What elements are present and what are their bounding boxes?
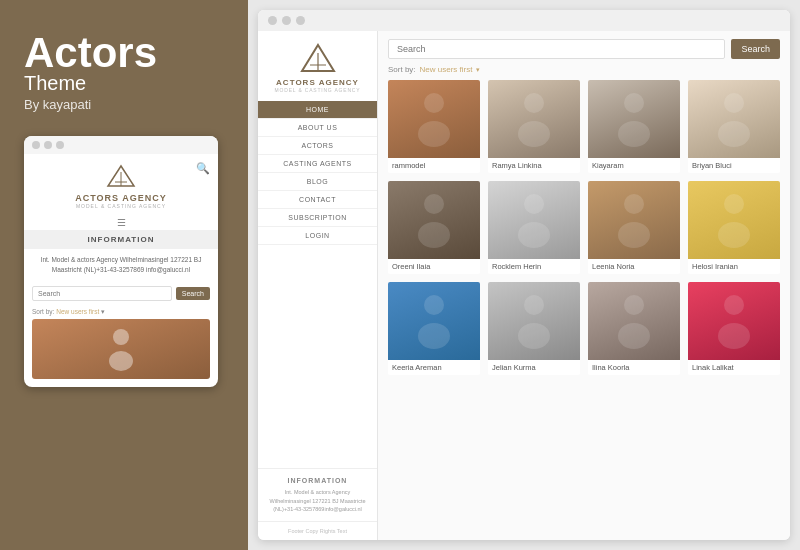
actor-image — [588, 282, 680, 360]
hamburger-icon: ☰ — [24, 215, 218, 230]
mobile-sort: Sort by: New users first ▾ — [24, 306, 218, 319]
svg-point-10 — [524, 93, 544, 113]
svg-point-29 — [618, 323, 650, 349]
nav-item-about[interactable]: ABOUT US — [258, 119, 377, 137]
actor-image — [588, 181, 680, 259]
site-logo-svg — [300, 43, 336, 75]
svg-point-3 — [113, 329, 129, 345]
actor-image — [688, 80, 780, 158]
actor-card[interactable]: Jelian Kurma — [488, 282, 580, 375]
svg-point-24 — [424, 295, 444, 315]
actor-card[interactable]: Helosi Iranian — [688, 181, 780, 274]
actor-name: Linak Lalikat — [688, 360, 780, 375]
sidebar-info: INFORMATION Int. Model & actors Agency W… — [258, 468, 377, 521]
mobile-search-input[interactable] — [32, 286, 172, 301]
browser-topbar — [258, 10, 790, 31]
actor-card[interactable]: rammodel — [388, 80, 480, 173]
nav-item-casting[interactable]: CASTING AGENTS — [258, 155, 377, 173]
svg-point-28 — [624, 295, 644, 315]
actors-grid: rammodel Ramya Linkina — [388, 80, 780, 375]
search-bar: Search — [388, 39, 780, 59]
svg-point-14 — [724, 93, 744, 113]
mobile-topbar — [24, 136, 218, 154]
actor-name: rammodel — [388, 158, 480, 173]
actor-image — [488, 282, 580, 360]
main-title: Actors Theme By kayapati — [24, 30, 224, 112]
search-input[interactable] — [388, 39, 725, 59]
dot-1 — [32, 141, 40, 149]
actor-image — [388, 80, 480, 158]
sort-arrow-icon[interactable]: ▾ — [476, 66, 480, 74]
actor-card[interactable]: Briyan Bluci — [688, 80, 780, 173]
site-main: Search Sort by: New users first ▾ — [378, 31, 790, 540]
nav-item-home[interactable]: HOME — [258, 101, 377, 119]
actor-card[interactable]: Keeria Areman — [388, 282, 480, 375]
browser-dot-1 — [268, 16, 277, 25]
svg-point-25 — [418, 323, 450, 349]
mobile-logo-svg — [106, 164, 136, 190]
actor-image — [488, 80, 580, 158]
actor-card[interactable]: Linak Lalikat — [688, 282, 780, 375]
actor-name: Rocklem Herin — [488, 259, 580, 274]
actor-image — [488, 181, 580, 259]
svg-point-18 — [524, 194, 544, 214]
nav-item-subscription[interactable]: SUBSCRIPTION — [258, 209, 377, 227]
actor-card[interactable]: Ramya Linkina — [488, 80, 580, 173]
svg-point-12 — [624, 93, 644, 113]
dot-2 — [44, 141, 52, 149]
actor-name: Briyan Bluci — [688, 158, 780, 173]
dot-3 — [56, 141, 64, 149]
nav-item-contact[interactable]: CONTACT — [258, 191, 377, 209]
svg-point-8 — [424, 93, 444, 113]
svg-point-19 — [518, 222, 550, 248]
actor-image — [388, 181, 480, 259]
sort-bar: Sort by: New users first ▾ — [388, 65, 780, 74]
left-panel: Actors Theme By kayapati 🔍 ACTORS AGENCY… — [0, 0, 248, 550]
actor-name: Helosi Iranian — [688, 259, 780, 274]
site-logo-area: ACTORS AGENCY MODEL & CASTING AGENCY — [258, 31, 377, 101]
actor-name: Leenia Noria — [588, 259, 680, 274]
mobile-search-button[interactable]: Search — [176, 287, 210, 300]
svg-point-13 — [618, 121, 650, 147]
svg-point-17 — [418, 222, 450, 248]
svg-point-27 — [518, 323, 550, 349]
actor-name: Oreeni Ilaia — [388, 259, 480, 274]
actor-card[interactable]: Ilina Koorla — [588, 282, 680, 375]
actor-name: Ramya Linkina — [488, 158, 580, 173]
actor-name: Keeria Areman — [388, 360, 480, 375]
nav-item-login[interactable]: LOGIN — [258, 227, 377, 245]
search-button[interactable]: Search — [731, 39, 780, 59]
svg-point-23 — [718, 222, 750, 248]
nav-menu: HOME ABOUT US ACTORS CASTING AGENTS BLOG… — [258, 101, 377, 245]
nav-item-blog[interactable]: BLOG — [258, 173, 377, 191]
search-icon: 🔍 — [196, 162, 210, 175]
svg-point-31 — [718, 323, 750, 349]
actor-card[interactable]: Leenia Noria — [588, 181, 680, 274]
svg-point-26 — [524, 295, 544, 315]
right-panel: ACTORS AGENCY MODEL & CASTING AGENCY HOM… — [248, 0, 800, 550]
svg-point-30 — [724, 295, 744, 315]
browser-content: ACTORS AGENCY MODEL & CASTING AGENCY HOM… — [258, 31, 790, 540]
mobile-preview: 🔍 ACTORS AGENCY MODEL & CASTING AGENCY ☰… — [24, 136, 218, 387]
svg-point-9 — [418, 121, 450, 147]
actor-image — [388, 282, 480, 360]
actor-image — [588, 80, 680, 158]
actor-image — [688, 282, 780, 360]
mobile-search-bar: Search — [24, 281, 218, 306]
mobile-logo-area: 🔍 ACTORS AGENCY MODEL & CASTING AGENCY — [24, 154, 218, 215]
svg-point-11 — [518, 121, 550, 147]
svg-point-20 — [624, 194, 644, 214]
browser-dot-3 — [296, 16, 305, 25]
actor-card[interactable]: Kiayaram — [588, 80, 680, 173]
svg-point-16 — [424, 194, 444, 214]
mobile-actor-preview — [32, 319, 210, 379]
sidebar-footer: Footer Copy Rights Text — [258, 521, 377, 540]
svg-point-21 — [618, 222, 650, 248]
actor-card[interactable]: Rocklem Herin — [488, 181, 580, 274]
svg-point-22 — [724, 194, 744, 214]
browser-dot-2 — [282, 16, 291, 25]
actor-card[interactable]: Oreeni Ilaia — [388, 181, 480, 274]
svg-point-4 — [109, 351, 133, 371]
actor-name: Kiayaram — [588, 158, 680, 173]
nav-item-actors[interactable]: ACTORS — [258, 137, 377, 155]
